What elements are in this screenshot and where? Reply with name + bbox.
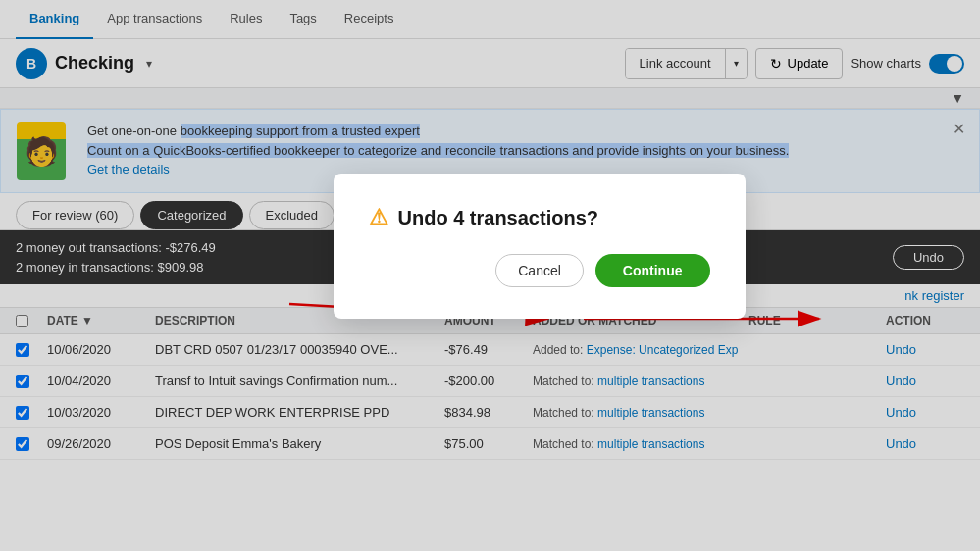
continue-button[interactable]: Continue xyxy=(595,254,710,287)
modal-actions: Cancel Continue xyxy=(369,254,710,287)
cancel-button[interactable]: Cancel xyxy=(495,254,584,287)
modal-dialog: ⚠ Undo 4 transactions? Cancel Continue xyxy=(334,174,746,319)
modal-overlay: ⚠ Undo 4 transactions? Cancel Continue xyxy=(0,0,980,551)
modal-title: ⚠ Undo 4 transactions? xyxy=(369,205,710,230)
modal-title-text: Undo 4 transactions? xyxy=(398,207,598,229)
warning-icon: ⚠ xyxy=(369,205,388,230)
